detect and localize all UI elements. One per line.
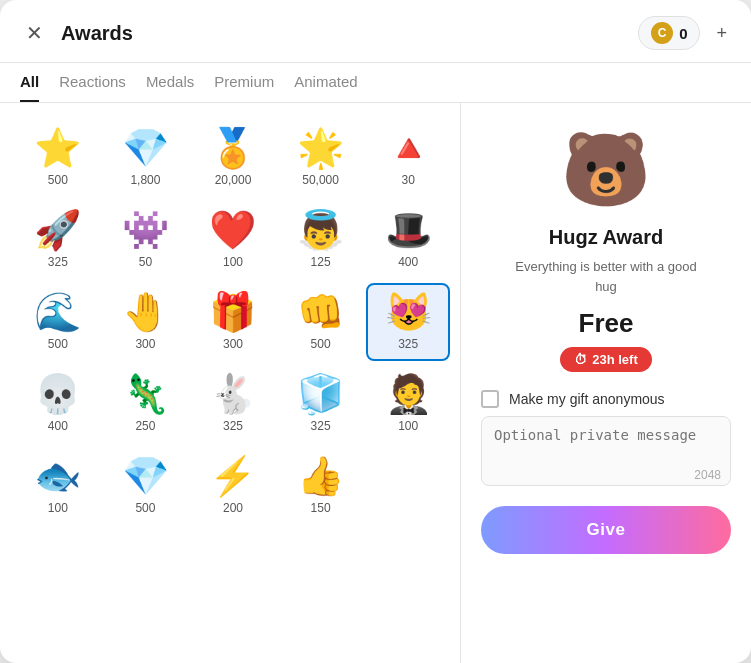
- award-cost: 325: [398, 337, 418, 351]
- award-cost: 325: [48, 255, 68, 269]
- award-cost: 500: [48, 173, 68, 187]
- award-cost: 200: [223, 501, 243, 515]
- award-item[interactable]: ❤️ 100: [191, 201, 275, 279]
- award-cost: 300: [223, 337, 243, 351]
- message-counter: 2048: [694, 468, 721, 482]
- awards-grid: ⭐ 500 💎 1,800 🏅 20,000 🌟 50,000 🔺 30 🚀 3…: [16, 119, 450, 525]
- award-cost: 325: [311, 419, 331, 433]
- award-emoji: 💀: [34, 375, 81, 413]
- awards-grid-section: ⭐ 500 💎 1,800 🏅 20,000 🌟 50,000 🔺 30 🚀 3…: [0, 103, 460, 663]
- modal-title: Awards: [61, 22, 626, 45]
- award-emoji: 👼: [297, 211, 344, 249]
- tab-premium[interactable]: Premium: [214, 73, 274, 102]
- award-cost: 400: [48, 419, 68, 433]
- award-cost: 20,000: [215, 173, 252, 187]
- award-item[interactable]: 🎁 300: [191, 283, 275, 361]
- modal-header: ✕ Awards C 0 +: [0, 0, 751, 63]
- award-cost: 325: [223, 419, 243, 433]
- award-item[interactable]: 🐇 325: [191, 365, 275, 443]
- award-emoji: 👾: [122, 211, 169, 249]
- award-item[interactable]: 👾 50: [104, 201, 188, 279]
- tab-animated[interactable]: Animated: [294, 73, 357, 102]
- award-item[interactable]: 🤵 100: [366, 365, 450, 443]
- detail-name: Hugz Award: [549, 226, 663, 249]
- award-item[interactable]: 🚀 325: [16, 201, 100, 279]
- award-emoji: 🦎: [122, 375, 169, 413]
- timer-label: 23h left: [592, 352, 638, 367]
- award-cost: 300: [135, 337, 155, 351]
- award-emoji: 🔺: [385, 129, 432, 167]
- award-item[interactable]: 💎 1,800: [104, 119, 188, 197]
- award-item[interactable]: 🔺 30: [366, 119, 450, 197]
- award-emoji: 🐇: [209, 375, 256, 413]
- timer-icon: ⏱: [574, 352, 587, 367]
- award-cost: 30: [402, 173, 415, 187]
- award-emoji: 🧊: [297, 375, 344, 413]
- award-cost: 100: [398, 419, 418, 433]
- award-item[interactable]: 👍 150: [279, 447, 363, 525]
- award-item[interactable]: 👊 500: [279, 283, 363, 361]
- add-coins-button[interactable]: +: [712, 23, 731, 44]
- award-item[interactable]: 💀 400: [16, 365, 100, 443]
- award-item[interactable]: 🤚 300: [104, 283, 188, 361]
- timer-badge: ⏱ 23h left: [560, 347, 652, 372]
- award-cost: 500: [48, 337, 68, 351]
- award-emoji: 🏅: [209, 129, 256, 167]
- award-item[interactable]: 🎩 400: [366, 201, 450, 279]
- award-item[interactable]: 🌊 500: [16, 283, 100, 361]
- award-emoji: ⭐: [34, 129, 81, 167]
- tab-medals[interactable]: Medals: [146, 73, 194, 102]
- award-item[interactable]: ⚡ 200: [191, 447, 275, 525]
- award-item[interactable]: 😻 325: [366, 283, 450, 361]
- award-emoji: 💎: [122, 457, 169, 495]
- award-emoji: ⚡: [209, 457, 256, 495]
- tab-all[interactable]: All: [20, 73, 39, 102]
- coin-icon: C: [651, 22, 673, 44]
- main-content: ⭐ 500 💎 1,800 🏅 20,000 🌟 50,000 🔺 30 🚀 3…: [0, 103, 751, 663]
- award-emoji: ❤️: [209, 211, 256, 249]
- award-emoji: 💎: [122, 129, 169, 167]
- tab-reactions[interactable]: Reactions: [59, 73, 126, 102]
- award-cost: 250: [135, 419, 155, 433]
- award-item[interactable]: 🏅 20,000: [191, 119, 275, 197]
- award-item[interactable]: 🦎 250: [104, 365, 188, 443]
- award-cost: 150: [311, 501, 331, 515]
- awards-modal: ✕ Awards C 0 + All Reactions Medals Prem…: [0, 0, 751, 663]
- award-item[interactable]: 💎 500: [104, 447, 188, 525]
- detail-emoji: 🐻: [561, 127, 651, 212]
- award-emoji: 🤚: [122, 293, 169, 331]
- anonymous-checkbox[interactable]: [481, 390, 499, 408]
- award-cost: 125: [311, 255, 331, 269]
- award-emoji: 😻: [385, 293, 432, 331]
- award-emoji: 🌊: [34, 293, 81, 331]
- award-emoji: 🎩: [385, 211, 432, 249]
- award-item[interactable]: 🌟 50,000: [279, 119, 363, 197]
- coin-widget: C 0: [638, 16, 700, 50]
- coin-count: 0: [679, 25, 687, 42]
- award-emoji: 🚀: [34, 211, 81, 249]
- award-item[interactable]: 👼 125: [279, 201, 363, 279]
- tabs-bar: All Reactions Medals Premium Animated: [0, 63, 751, 103]
- anonymous-label: Make my gift anonymous: [509, 391, 665, 407]
- close-button[interactable]: ✕: [20, 19, 49, 47]
- give-button[interactable]: Give: [481, 506, 731, 554]
- message-container: 2048: [481, 416, 731, 490]
- award-cost: 1,800: [130, 173, 160, 187]
- award-emoji: 👍: [297, 457, 344, 495]
- award-cost: 50: [139, 255, 152, 269]
- award-item[interactable]: 🐟 100: [16, 447, 100, 525]
- anonymous-row: Make my gift anonymous: [481, 390, 731, 408]
- award-cost: 50,000: [302, 173, 339, 187]
- detail-description: Everything is better with a good hug: [506, 257, 706, 296]
- award-emoji: 👊: [297, 293, 344, 331]
- award-emoji: 🐟: [34, 457, 81, 495]
- award-cost: 100: [48, 501, 68, 515]
- award-item[interactable]: 🧊 325: [279, 365, 363, 443]
- detail-price: Free: [579, 308, 634, 339]
- award-cost: 500: [311, 337, 331, 351]
- detail-panel: 🐻 Hugz Award Everything is better with a…: [460, 103, 751, 663]
- award-emoji: 🤵: [385, 375, 432, 413]
- award-emoji: 🎁: [209, 293, 256, 331]
- award-item[interactable]: ⭐ 500: [16, 119, 100, 197]
- award-emoji: 🌟: [297, 129, 344, 167]
